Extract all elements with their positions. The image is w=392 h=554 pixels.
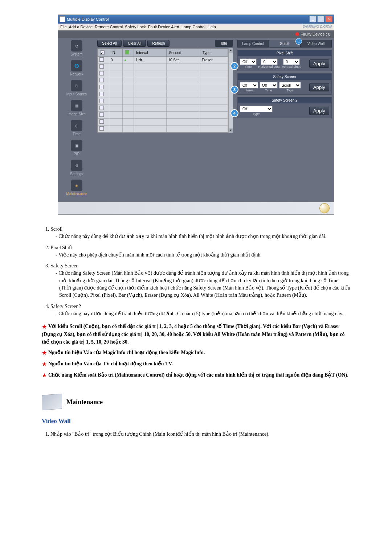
list-item: Scroll - Chức năng này dùng để khử dư ản… bbox=[50, 226, 350, 241]
tab-video-wall[interactable]: Video Wall bbox=[300, 40, 332, 48]
menu-add-device[interactable]: Add a Device bbox=[69, 25, 93, 29]
label-type: Type bbox=[286, 89, 294, 92]
row-checkbox[interactable] bbox=[99, 64, 104, 69]
tab-lamp-control[interactable]: Lamp Control bbox=[237, 40, 269, 48]
table-row[interactable]: 0 ● 1 Hr. 10 Sec. Eraser bbox=[98, 57, 228, 63]
tab-label: Scroll bbox=[280, 42, 289, 46]
status-header-icon bbox=[125, 50, 129, 54]
apply-button[interactable]: Apply bbox=[309, 59, 329, 68]
col-second[interactable]: Second bbox=[167, 49, 200, 57]
row-checkbox[interactable] bbox=[99, 119, 104, 124]
refresh-button[interactable]: Refresh bbox=[147, 40, 170, 47]
row-checkbox[interactable] bbox=[99, 112, 104, 117]
sidebar-item-maintenance[interactable]: ◈Maintenance bbox=[60, 180, 93, 196]
table-header-row: ✓ ID Interval Second Type bbox=[98, 49, 228, 57]
note-text: Nguồn tín hiệu Vào của TV chỉ hoạt động … bbox=[48, 361, 173, 366]
label-time: Time bbox=[265, 89, 272, 92]
sidebar-item-input-source[interactable]: ⎘Input Source bbox=[60, 80, 93, 96]
table-row[interactable] bbox=[98, 98, 228, 105]
scroll-down-icon[interactable]: ▼ bbox=[229, 128, 233, 133]
item-heading: Scroll bbox=[50, 226, 62, 232]
table-row[interactable] bbox=[98, 105, 228, 112]
clock-icon: ◷ bbox=[71, 120, 82, 131]
table-row[interactable] bbox=[98, 91, 228, 98]
menu-remote-control[interactable]: Remote Control bbox=[95, 25, 123, 29]
row-checkbox[interactable] bbox=[99, 71, 104, 75]
app-window: Multiple Display Control _ □ × File Add … bbox=[58, 15, 334, 215]
scroll-up-icon[interactable]: ▲ bbox=[229, 48, 233, 53]
sidebar: ◔System 🌐Network ⎘Input Source ▦Image Si… bbox=[58, 38, 95, 202]
table-row[interactable] bbox=[98, 119, 228, 126]
item-text: Chức năng Safety Screen (Màn hình Bảo vệ… bbox=[58, 270, 350, 298]
table-row[interactable] bbox=[98, 70, 228, 77]
gauge-icon: ◔ bbox=[71, 40, 82, 52]
info-icon[interactable] bbox=[319, 203, 330, 213]
panel-title: Safety Screen 2 bbox=[238, 97, 331, 103]
sidebar-item-time[interactable]: ◷Time bbox=[60, 120, 93, 136]
row-checkbox[interactable] bbox=[99, 106, 104, 110]
apply-button[interactable]: Apply bbox=[309, 83, 329, 91]
note-item: ★Với kiểu Scroll (Cuộn), bạn có thể đặt … bbox=[42, 323, 350, 346]
pip-icon: ▣ bbox=[71, 140, 82, 151]
sidebar-item-pip[interactable]: ▣PIP bbox=[60, 140, 93, 156]
row-checkbox[interactable] bbox=[99, 85, 104, 89]
panel-title: Pixel Shift bbox=[238, 50, 331, 56]
checkbox-header-icon[interactable]: ✓ bbox=[100, 50, 105, 55]
window-controls: _ □ × bbox=[309, 16, 332, 22]
menu-safety-lock[interactable]: Safety Lock bbox=[125, 25, 146, 29]
pixel-shift-vlines-select[interactable]: 0 bbox=[283, 58, 300, 65]
menu-lamp-control[interactable]: Lamp Control bbox=[181, 25, 205, 29]
item-heading: Safety Screen bbox=[50, 263, 78, 268]
minimize-button[interactable]: _ bbox=[309, 16, 317, 22]
close-button[interactable]: × bbox=[325, 16, 332, 22]
maintenance-icon: ◈ bbox=[71, 180, 82, 191]
table-row[interactable] bbox=[98, 77, 228, 84]
sidebar-item-image-size[interactable]: ▦Image Size bbox=[60, 100, 93, 116]
panel-title: Safety Screen bbox=[238, 74, 331, 80]
pixel-shift-hdots-select[interactable]: 0 bbox=[261, 58, 278, 65]
menu-file[interactable]: File bbox=[60, 25, 67, 29]
globe-icon: 🌐 bbox=[71, 60, 82, 71]
step-item: Nhắp vào "Bảo trì" trong cột Biểu tượng … bbox=[50, 431, 350, 438]
pixel-shift-time-select[interactable]: Off bbox=[240, 58, 257, 65]
tab-scroll[interactable]: Scroll1 bbox=[269, 40, 301, 48]
safety-interval-select[interactable]: Off bbox=[240, 82, 258, 89]
label-horizontal-dots: Horizontal Dots bbox=[258, 65, 281, 69]
apply-button[interactable]: Apply bbox=[309, 107, 329, 115]
sidebar-item-system[interactable]: ◔System bbox=[60, 40, 93, 56]
table-row[interactable] bbox=[98, 126, 228, 132]
menu-fault-alert[interactable]: Fault Device Alert bbox=[148, 25, 179, 29]
list-item: Safety Screen2 - Chức năng này được dùng… bbox=[50, 303, 350, 318]
safety2-type-select[interactable]: Off bbox=[240, 106, 273, 112]
label-interval: Interval bbox=[244, 89, 254, 92]
col-id[interactable]: ID bbox=[109, 49, 123, 57]
sidebar-item-settings[interactable]: ⚙Settings bbox=[60, 160, 93, 176]
row-checkbox[interactable] bbox=[99, 78, 104, 82]
maximize-button[interactable]: □ bbox=[317, 16, 324, 22]
item-desc: - Chức năng này dùng để khử dư ảnh xảy r… bbox=[56, 233, 350, 240]
image-icon: ▦ bbox=[71, 100, 82, 111]
row-checkbox[interactable] bbox=[99, 57, 104, 62]
sidebar-item-network[interactable]: 🌐Network bbox=[60, 60, 93, 76]
row-checkbox[interactable] bbox=[99, 99, 104, 103]
col-interval[interactable]: Interval bbox=[134, 49, 167, 57]
status-dot-icon bbox=[295, 32, 299, 36]
select-all-button[interactable]: Select All bbox=[97, 40, 122, 47]
note-item: ★Nguồn tín hiệu Vào của TV chỉ hoạt động… bbox=[42, 360, 350, 368]
titlebar: Multiple Display Control _ □ × bbox=[58, 15, 334, 24]
sidebar-label: Image Size bbox=[68, 112, 86, 116]
sidebar-label: System bbox=[70, 52, 82, 56]
row-checkbox[interactable] bbox=[99, 126, 104, 131]
table-row[interactable] bbox=[98, 112, 228, 119]
item-heading: Safety Screen2 bbox=[50, 304, 81, 309]
right-pane: Lamp Control Scroll1 Video Wall Pixel Sh… bbox=[235, 38, 334, 202]
table-row[interactable] bbox=[98, 84, 228, 91]
menu-help[interactable]: Help bbox=[208, 25, 216, 29]
safety-time-select[interactable]: Off bbox=[260, 82, 278, 89]
clear-all-button[interactable]: Clear All bbox=[123, 40, 146, 47]
col-type[interactable]: Type bbox=[200, 49, 228, 57]
row-checkbox[interactable] bbox=[99, 92, 104, 96]
safety-type-select[interactable]: Scroll bbox=[279, 82, 301, 89]
sidebar-label: Input Source bbox=[66, 92, 87, 96]
table-row[interactable] bbox=[98, 63, 228, 70]
